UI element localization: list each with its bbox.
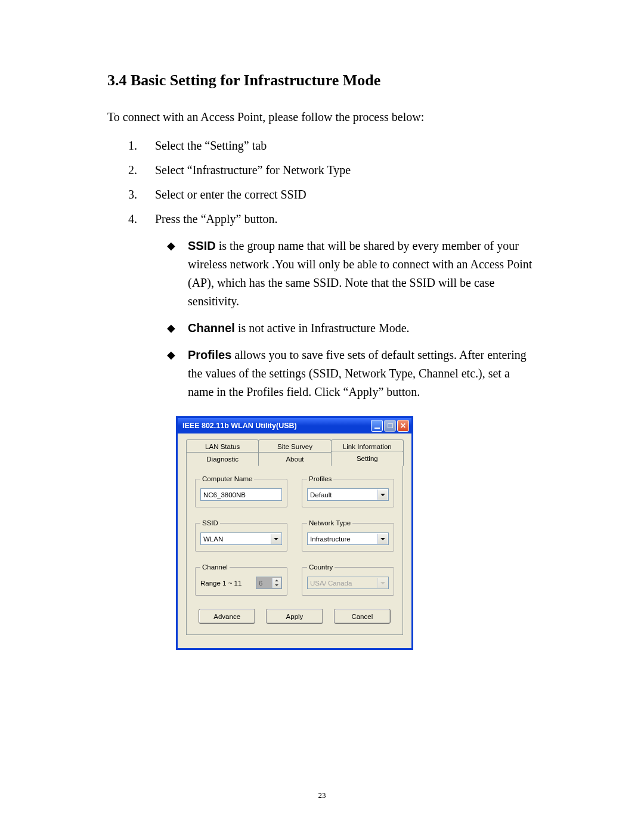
chevron-down-icon (271, 534, 281, 544)
tab-panel-setting: Computer Name NC6_3800NB Profiles Defaul… (186, 465, 403, 635)
bullet-item: Profiles allows you to save five sets of… (167, 346, 537, 401)
close-button[interactable]: ✕ (397, 420, 409, 432)
network-type-combo[interactable]: Infrastructure (307, 532, 389, 545)
bullet-text: is not active in Infrastructure Mode. (235, 321, 410, 335)
channel-value: 6 (259, 580, 262, 587)
bullet-item: SSID is the group name that will be shar… (167, 237, 537, 311)
bullet-label: SSID (188, 239, 216, 252)
maximize-button (384, 420, 396, 432)
group-country: Country USA/ Canada (302, 563, 394, 596)
step-item: Select “Infrastructure” for Network Type (140, 163, 537, 177)
chevron-down-icon (377, 490, 388, 500)
legend-computer-name: Computer Name (200, 475, 254, 482)
network-type-value: Infrastructure (310, 535, 351, 543)
cancel-button[interactable]: Cancel (334, 609, 391, 624)
page-number: 23 (0, 791, 644, 800)
ssid-combo[interactable]: WLAN (200, 532, 282, 545)
legend-channel: Channel (200, 563, 230, 571)
step-item: Press the “Apply” button. (140, 212, 537, 226)
group-profiles: Profiles Default (302, 475, 394, 507)
step-item: Select or enter the correct SSID (140, 188, 537, 202)
legend-profiles: Profiles (307, 475, 333, 482)
computer-name-input[interactable]: NC6_3800NB (200, 488, 282, 501)
spinner-arrows-icon (272, 578, 281, 588)
steps-list: Select the “Setting” tab Select “Infrast… (107, 139, 537, 226)
country-value: USA/ Canada (310, 580, 352, 587)
legend-country: Country (307, 563, 335, 571)
bullet-label: Channel (188, 321, 235, 335)
group-computer-name: Computer Name NC6_3800NB (195, 475, 287, 507)
close-icon: ✕ (400, 422, 406, 430)
tab-lan-status[interactable]: LAN Status (186, 439, 259, 453)
step-item: Select the “Setting” tab (140, 139, 537, 153)
legend-ssid: SSID (200, 519, 220, 527)
tab-setting[interactable]: Setting (331, 451, 404, 466)
bullet-text: allows you to save five sets of default … (188, 348, 527, 398)
chevron-down-icon (377, 534, 388, 544)
profiles-value: Default (310, 491, 332, 498)
advance-button[interactable]: Advance (199, 609, 255, 624)
tab-about[interactable]: About (258, 452, 331, 466)
bullets-list: SSID is the group name that will be shar… (107, 237, 537, 401)
chevron-down-icon (377, 578, 388, 588)
bullet-label: Profiles (188, 348, 231, 361)
channel-range-label: Range 1 ~ 11 (200, 580, 251, 587)
group-network-type: Network Type Infrastructure (302, 519, 394, 552)
bullet-text: is the group name that will be shared by… (188, 239, 532, 308)
ssid-value: WLAN (203, 535, 223, 543)
window-title: IEEE 802.11b WLAN Utility(USB) (182, 422, 297, 430)
tab-site-survey[interactable]: Site Survey (258, 439, 331, 453)
group-ssid: SSID WLAN (195, 519, 287, 552)
country-combo: USA/ Canada (307, 577, 389, 589)
profiles-combo[interactable]: Default (307, 488, 389, 501)
bullet-item: Channel is not active in Infrastructure … (167, 319, 537, 337)
legend-network-type: Network Type (307, 519, 352, 527)
intro-text: To connect with an Access Point, please … (107, 110, 537, 124)
apply-button[interactable]: Apply (266, 609, 323, 624)
tab-diagnostic[interactable]: Diagnostic (186, 452, 259, 466)
maximize-icon (388, 423, 393, 428)
titlebar[interactable]: IEEE 802.11b WLAN Utility(USB) ✕ (178, 418, 411, 433)
section-heading: 3.4 Basic Setting for Infrastructure Mod… (107, 72, 537, 89)
group-channel: Channel Range 1 ~ 11 6 (195, 563, 287, 596)
minimize-button[interactable] (371, 420, 383, 432)
minimize-icon (374, 428, 380, 429)
tab-strip: LAN Status Site Survey Link Information … (186, 439, 403, 466)
app-window: IEEE 802.11b WLAN Utility(USB) ✕ LAN Sta… (176, 416, 413, 650)
channel-spinner[interactable]: 6 (256, 577, 282, 589)
